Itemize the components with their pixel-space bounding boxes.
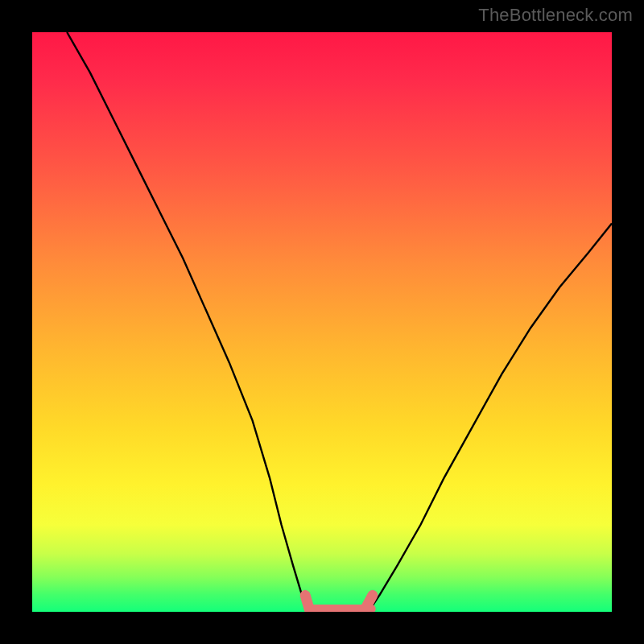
left-curve-path [67, 32, 308, 612]
right-curve-path [369, 224, 612, 612]
plot-area [32, 32, 612, 612]
watermark-text: TheBottleneck.com [478, 5, 633, 26]
right-end-marker [364, 596, 372, 611]
chart-frame: TheBottleneck.com [0, 0, 644, 644]
left-end-marker [305, 596, 310, 611]
curve-svg [32, 32, 612, 612]
